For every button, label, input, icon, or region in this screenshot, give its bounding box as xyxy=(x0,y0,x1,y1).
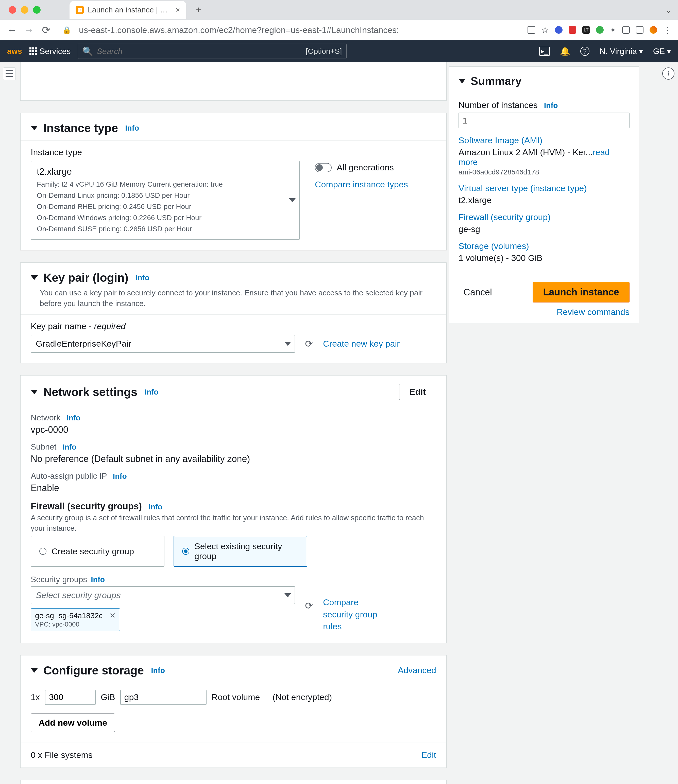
info-link[interactable]: Info xyxy=(151,666,165,675)
edit-filesystems-link[interactable]: Edit xyxy=(421,750,436,760)
launch-instance-button[interactable]: Launch instance xyxy=(533,282,630,302)
info-link[interactable]: Info xyxy=(136,273,150,282)
network-header: Network settings xyxy=(44,385,137,399)
info-link[interactable]: Info xyxy=(145,388,159,396)
cancel-button[interactable]: Cancel xyxy=(458,285,497,300)
add-volume-button[interactable]: Add new volume xyxy=(31,714,115,732)
collapse-icon[interactable] xyxy=(31,390,38,394)
page-body: ☰ i Instance type Info Instance type xyxy=(0,62,678,784)
sg-tag-id: sg-54a1832c xyxy=(59,611,103,620)
info-link[interactable]: Info xyxy=(62,443,76,451)
panel-advanced-details: Advanced details Info xyxy=(20,780,447,784)
fullscreen-window-icon[interactable] xyxy=(33,6,41,14)
info-link[interactable]: Info xyxy=(148,502,162,511)
back-button[interactable]: ← xyxy=(6,24,17,36)
instance-type-select[interactable]: t2.xlarge Family: t2 4 vCPU 16 GiB Memor… xyxy=(31,161,300,240)
network-value: vpc-0000 xyxy=(31,425,436,435)
collapse-icon[interactable] xyxy=(31,275,38,280)
key-pair-desc: You can use a key pair to securely conne… xyxy=(31,288,436,309)
info-link[interactable]: Info xyxy=(125,124,139,132)
refresh-sg-button[interactable]: ⟳ xyxy=(302,599,316,613)
compare-sg-rules-link[interactable]: Compare security group rules xyxy=(323,596,389,633)
side-nav-toggle[interactable]: ☰ xyxy=(3,67,16,80)
info-link[interactable]: Info xyxy=(544,101,558,109)
profile-avatar-icon[interactable] xyxy=(650,26,657,34)
panel-ami-cutoff xyxy=(20,62,447,101)
bookmark-icon[interactable]: ☆ xyxy=(541,25,549,35)
collapse-icon[interactable] xyxy=(31,668,38,673)
remove-sg-icon[interactable]: ✕ xyxy=(109,611,116,620)
refresh-key-pairs-button[interactable]: ⟳ xyxy=(302,337,316,351)
summary-firewall-link[interactable]: Firewall (security group) xyxy=(458,212,630,222)
storage-mult: 1x xyxy=(31,692,40,702)
reload-button[interactable]: ⟳ xyxy=(41,24,52,36)
url-text[interactable]: us-east-1.console.aws.amazon.com/ec2/hom… xyxy=(79,25,399,35)
panel-configure-storage: Configure storage Info Advanced 1x GiB g… xyxy=(20,655,447,768)
sg-placeholder: Select security groups xyxy=(36,590,121,600)
search-icon: 🔍 xyxy=(83,46,93,56)
caret-down-icon: ▾ xyxy=(667,47,671,56)
key-pair-select[interactable]: GradleEnterpriseKeyPair xyxy=(31,335,295,353)
collapse-icon[interactable] xyxy=(458,79,466,83)
search-input[interactable] xyxy=(97,47,302,56)
share-icon[interactable] xyxy=(528,26,535,34)
browser-tab[interactable]: ▦ Launch an instance | EC2 Man… × xyxy=(70,1,186,19)
lock-icon[interactable]: 🔒 xyxy=(62,26,71,34)
ext-icon-5[interactable] xyxy=(622,26,630,34)
info-link[interactable]: Info xyxy=(67,414,80,422)
ext-icon-3[interactable]: LT xyxy=(582,26,590,34)
radio-select-sg[interactable]: Select existing security group xyxy=(173,536,307,567)
info-panel-toggle[interactable]: i xyxy=(662,67,675,79)
collapse-icon[interactable] xyxy=(31,126,38,130)
subnet-label: Subnet Info xyxy=(31,442,76,451)
instance-type-meta: Family: t2 4 vCPU 16 GiB Memory Current … xyxy=(37,179,223,234)
new-tab-button[interactable]: + xyxy=(192,3,205,16)
chrome-menu-icon[interactable]: ⋮ xyxy=(663,25,672,35)
firewall-desc: A security group is a set of firewall ru… xyxy=(31,513,436,533)
num-instances-input[interactable] xyxy=(458,113,630,128)
help-icon[interactable]: ? xyxy=(580,47,589,56)
browser-chrome: ▦ Launch an instance | EC2 Man… × + ⌄ ← … xyxy=(0,0,678,40)
summary-ami-id: ami-06a0cd9728546d178 xyxy=(458,168,630,176)
ext-icon-4[interactable] xyxy=(596,26,604,34)
root-volume-label: Root volume xyxy=(212,692,260,702)
panel-key-pair: Key pair (login) Info You can use a key … xyxy=(20,263,447,363)
sg-tag-vpc: VPC: vpc-0000 xyxy=(35,621,116,628)
storage-advanced-link[interactable]: Advanced xyxy=(398,665,436,675)
edit-network-button[interactable]: Edit xyxy=(399,384,436,400)
chrome-tab-dropdown-icon[interactable]: ⌄ xyxy=(665,5,672,15)
extensions-icon[interactable]: ✦ xyxy=(610,26,616,34)
info-link[interactable]: Info xyxy=(113,472,127,480)
storage-header: Configure storage xyxy=(44,664,144,677)
minimize-window-icon[interactable] xyxy=(21,6,28,14)
summary-ami-link[interactable]: Software Image (AMI) xyxy=(458,135,630,145)
window-controls[interactable] xyxy=(9,6,41,14)
review-commands-link[interactable]: Review commands xyxy=(458,307,630,317)
filesystems-count: 0 x File systems xyxy=(31,750,93,760)
cloudshell-icon[interactable]: ▸_ xyxy=(539,47,550,56)
ext-icon-6[interactable] xyxy=(636,26,644,34)
ext-icon-2[interactable] xyxy=(569,26,576,34)
account-menu[interactable]: GE ▾ xyxy=(653,47,671,56)
volume-type-select[interactable]: gp3 xyxy=(120,690,207,705)
summary-storage-link[interactable]: Storage (volumes) xyxy=(458,241,630,251)
summary-type-link[interactable]: Virtual server type (instance type) xyxy=(458,183,630,193)
compare-instance-types-link[interactable]: Compare instance types xyxy=(315,179,408,189)
services-menu[interactable]: Services xyxy=(30,47,71,56)
region-selector[interactable]: N. Virginia ▾ xyxy=(600,47,643,56)
key-pair-header: Key pair (login) xyxy=(44,271,128,285)
volume-size-input[interactable] xyxy=(45,690,96,705)
create-key-pair-link[interactable]: Create new key pair xyxy=(323,339,400,348)
aws-logo[interactable]: aws xyxy=(7,47,22,56)
notifications-icon[interactable]: 🔔 xyxy=(560,47,570,56)
ext-icon-1[interactable] xyxy=(555,26,563,34)
security-groups-select[interactable]: Select security groups xyxy=(31,586,295,604)
radio-create-sg[interactable]: Create security group xyxy=(31,536,164,567)
close-window-icon[interactable] xyxy=(9,6,16,14)
all-generations-toggle[interactable] xyxy=(315,163,332,172)
close-tab-icon[interactable]: × xyxy=(176,6,180,14)
public-ip-label: Auto-assign public IP Info xyxy=(31,471,127,481)
aws-search[interactable]: 🔍 [Option+S] xyxy=(78,44,347,59)
forward-button[interactable]: → xyxy=(23,24,34,36)
info-link[interactable]: Info xyxy=(91,575,105,584)
